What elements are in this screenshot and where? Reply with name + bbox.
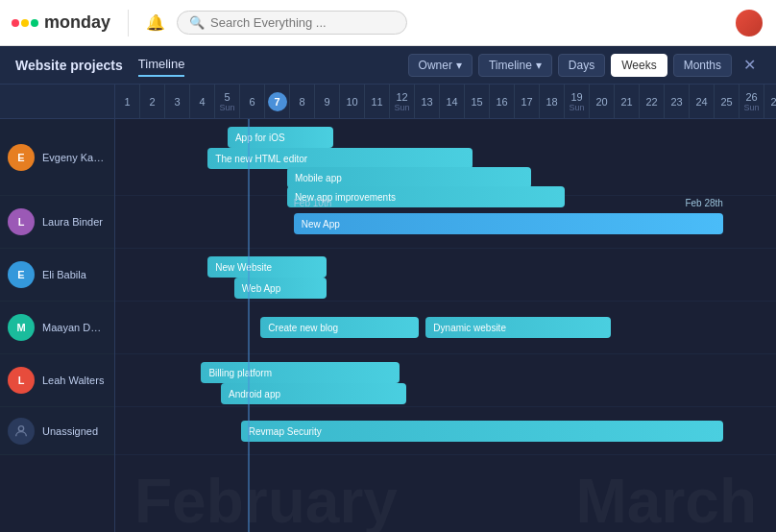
avatar: L <box>8 208 35 235</box>
content-area: E Evgeny Kazinec L Laura Binder E Eli Ba… <box>0 119 776 532</box>
bar-container[interactable]: App for iOS <box>228 127 333 148</box>
gantt-bar[interactable]: Web App <box>234 278 327 299</box>
owner-label: Owner <box>419 59 452 72</box>
avatar: L <box>8 367 35 394</box>
date-col: 3 <box>165 85 190 118</box>
timeline-chevron: ▾ <box>536 59 542 72</box>
date-col: 12Sun <box>390 85 415 118</box>
gantt-bar[interactable]: Revmap Security <box>241 421 723 442</box>
bar-container[interactable]: The new HTML editor <box>207 148 472 169</box>
date-col: 6 <box>240 85 265 118</box>
person-name: Leah Walters <box>42 375 104 386</box>
bar-container[interactable]: Dynamic website <box>425 317 611 338</box>
bar-container[interactable]: Revmap Security <box>241 421 723 442</box>
person-name: Unassigned <box>42 425 98 437</box>
bar-container[interactable]: Create new blog <box>260 317 419 338</box>
search-input[interactable] <box>210 15 364 30</box>
date-col: 23 <box>665 85 690 118</box>
bar-container[interactable]: Feb 10thFeb 28thNew App <box>294 213 723 234</box>
date-col: 8 <box>290 85 315 118</box>
logo: monday <box>12 12 110 33</box>
timeline-filter[interactable]: Timeline ▾ <box>478 54 552 77</box>
date-col: 11 <box>365 85 390 118</box>
person-row: L Leah Walters <box>0 354 114 407</box>
gantt-bar[interactable]: New App <box>294 213 723 234</box>
avatar: E <box>8 261 35 288</box>
timeline-label: Timeline <box>489 59 532 72</box>
svg-point-0 <box>18 425 23 430</box>
top-nav: monday 🔔 🔍 <box>0 0 776 46</box>
date-col: 2 <box>140 85 165 118</box>
person-name: Eli Babila <box>42 269 86 280</box>
bar-container[interactable]: New Website <box>207 256 327 278</box>
dot-red <box>12 19 19 27</box>
date-col: 9 <box>315 85 340 118</box>
bar-date-start: Feb 10th <box>294 198 331 208</box>
date-col: 27 <box>764 85 776 118</box>
date-col: 26Sun <box>740 85 764 118</box>
gantt-bar[interactable]: New Website <box>207 256 327 278</box>
unassigned-icon <box>8 418 35 445</box>
gantt-area: February March App for iOSThe new HTML e… <box>115 119 776 532</box>
date-col: 25 <box>715 85 740 118</box>
gantt-bar[interactable]: Dynamic website <box>425 317 611 338</box>
person-row: Unassigned <box>0 407 114 455</box>
gantt-bar[interactable]: App for iOS <box>228 127 333 148</box>
date-col: 20 <box>590 85 615 118</box>
date-col: 4 <box>190 85 215 118</box>
bell-icon[interactable]: 🔔 <box>146 13 165 33</box>
person-row: E Eli Babila <box>0 249 114 302</box>
btn-group: Owner ▾ Timeline ▾ Days Weeks Months ✕ <box>408 54 761 77</box>
persons-col: E Evgeny Kazinec L Laura Binder E Eli Ba… <box>0 119 115 532</box>
avatar[interactable] <box>734 8 764 38</box>
date-col: 5Sun <box>215 85 240 118</box>
board-title: Website projects <box>15 58 123 73</box>
owner-filter[interactable]: Owner ▾ <box>408 54 473 77</box>
date-col: 24 <box>690 85 715 118</box>
gantt-bar[interactable]: The new HTML editor <box>207 148 472 169</box>
gantt-bar[interactable]: Android app <box>221 383 406 404</box>
date-col: 1 <box>115 85 140 118</box>
logo-text: monday <box>44 12 110 33</box>
logo-dots <box>12 19 38 27</box>
sub-header: Website projects Timeline Owner ▾ Timeli… <box>0 46 776 85</box>
person-name: Evgeny Kazinec <box>42 152 107 163</box>
search-bar[interactable]: 🔍 <box>177 11 407 35</box>
bar-container[interactable]: Billing platform <box>201 362 399 383</box>
dot-yellow <box>21 19 29 27</box>
date-col: 7 <box>265 85 290 118</box>
date-col: 14 <box>440 85 465 118</box>
bar-container[interactable]: Web App <box>234 278 327 299</box>
owner-chevron: ▾ <box>456 59 462 72</box>
person-name: Maayan Dagan <box>42 322 107 333</box>
days-btn[interactable]: Days <box>558 54 605 77</box>
date-col: 22 <box>640 85 665 118</box>
date-col: 15 <box>465 85 490 118</box>
bar-container[interactable]: Mobile app <box>287 167 532 188</box>
search-icon: 🔍 <box>189 15 205 30</box>
nav-divider <box>128 10 129 36</box>
dot-green <box>31 19 38 27</box>
gantt-bar[interactable]: Billing platform <box>201 362 399 383</box>
months-btn[interactable]: Months <box>673 54 732 77</box>
date-col: 21 <box>615 85 640 118</box>
bar-container[interactable]: Android app <box>221 383 406 404</box>
gantt-bar[interactable]: Mobile app <box>287 167 532 188</box>
date-header: 12345Sun6789101112Sun13141516171819Sun20… <box>0 85 776 119</box>
date-col: 13 <box>415 85 440 118</box>
date-col: 16 <box>490 85 515 118</box>
avatar: M <box>8 314 35 341</box>
bar-date-end: Feb 28th <box>685 198 722 208</box>
weeks-btn[interactable]: Weeks <box>611 54 667 77</box>
person-row: L Laura Binder <box>0 196 114 249</box>
tab-timeline[interactable]: Timeline <box>138 53 185 77</box>
person-name: Laura Binder <box>42 216 103 228</box>
avatar: E <box>8 144 35 171</box>
date-col: 18 <box>540 85 565 118</box>
timeline-wrapper: 12345Sun6789101112Sun13141516171819Sun20… <box>0 85 776 532</box>
gantt-bar[interactable]: Create new blog <box>260 317 419 338</box>
close-btn[interactable]: ✕ <box>738 54 761 77</box>
date-cols: 12345Sun6789101112Sun13141516171819Sun20… <box>115 85 776 118</box>
person-row: E Evgeny Kazinec <box>0 119 114 196</box>
date-col: 17 <box>515 85 540 118</box>
